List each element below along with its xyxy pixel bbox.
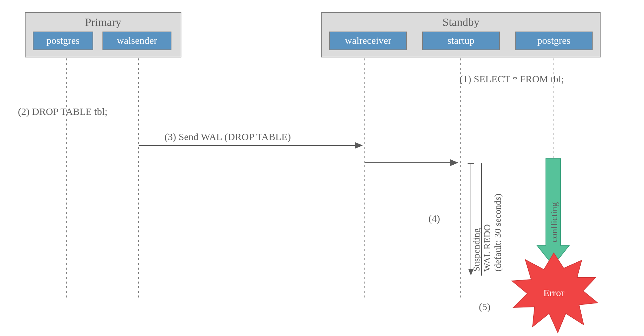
step-1-label: (1) SELECT * FROM tbl; [460,73,564,85]
conflicting-arrow: conflicting [537,159,569,266]
suspend-arrow-group: Suspending WAL REDO (default: 30 seconds… [468,163,503,276]
step-4-label: (4) [428,213,440,224]
suspend-line1: Suspending [471,228,482,272]
suspend-line2: WAL REDO [482,224,492,272]
step-5-label: (5) [479,301,490,312]
standby-walreceiver-label: walreceiver [345,35,391,46]
standby-box: Standby walreceiver startup postgres [322,13,600,57]
step-3-label: (3) Send WAL (DROP TABLE) [164,131,291,142]
suspend-line3: (default: 30 seconds) [492,194,503,272]
primary-postgres-label: postgres [46,35,80,46]
conflicting-label: conflicting [549,202,559,242]
sequence-diagram: Primary postgres walsender Standby walre… [0,0,644,336]
error-label: Error [543,287,564,298]
primary-box: Primary postgres walsender [25,13,181,57]
step-2-label: (2) DROP TABLE tbl; [18,106,107,117]
error-starburst: Error [512,253,598,333]
standby-title: Standby [442,16,479,28]
primary-walsender-label: walsender [117,35,157,46]
standby-startup-label: startup [447,35,475,46]
standby-postgres-label: postgres [537,35,570,46]
primary-title: Primary [85,16,121,28]
